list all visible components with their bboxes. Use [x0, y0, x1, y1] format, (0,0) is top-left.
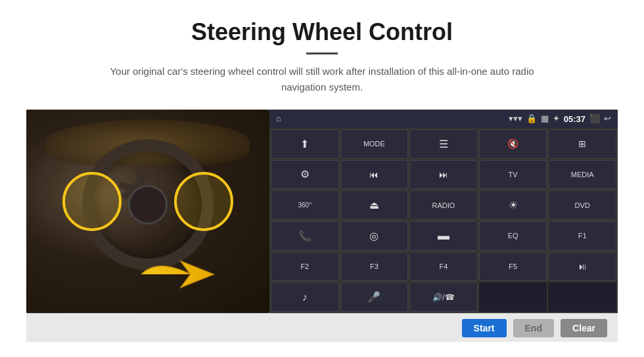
- f2-label: F2: [300, 262, 309, 270]
- navigate-icon: ⬆: [300, 138, 309, 150]
- btn-apps[interactable]: ⊞: [548, 129, 616, 159]
- steering-image: [26, 110, 269, 313]
- vol-call-icon: 🔊/☎: [432, 293, 454, 302]
- btn-tv[interactable]: TV: [479, 160, 547, 190]
- prev-icon: ⏮: [369, 169, 379, 180]
- btn-f3[interactable]: F3: [340, 252, 409, 282]
- btn-mute[interactable]: 🔇: [479, 129, 547, 159]
- wifi-icon: ▾▾▾: [509, 114, 522, 124]
- end-button[interactable]: End: [513, 319, 554, 337]
- btn-phone[interactable]: 📞: [271, 221, 339, 251]
- btn-next[interactable]: ⏭: [409, 160, 478, 190]
- page-subtitle: Your original car's steering wheel contr…: [99, 64, 545, 95]
- menu-icon: ☰: [439, 138, 448, 150]
- btn-brightness[interactable]: ☀: [479, 190, 547, 220]
- page-wrapper: Steering Wheel Control Your original car…: [0, 0, 644, 357]
- mute-icon: 🔇: [507, 138, 518, 149]
- btn-bar[interactable]: ▬: [409, 221, 478, 251]
- f3-label: F3: [370, 262, 379, 270]
- apps-icon: ⊞: [578, 138, 586, 149]
- clear-button[interactable]: Clear: [561, 319, 607, 337]
- lock-icon: 🔒: [526, 114, 537, 124]
- mic-icon: 🎤: [367, 291, 380, 303]
- media-label: MEDIA: [571, 171, 594, 178]
- btn-navigate[interactable]: ⬆: [271, 129, 339, 159]
- f1-label: F1: [578, 232, 587, 240]
- status-right: ▾▾▾ 🔒 ▦ ✦ 05:37 ⬛ ↩: [509, 114, 611, 124]
- btn-mode[interactable]: MODE: [340, 129, 409, 159]
- btn-eject[interactable]: ⏏: [340, 190, 409, 220]
- 360-label: 360°: [298, 201, 311, 209]
- page-title: Steering Wheel Control: [191, 18, 453, 46]
- btn-radio[interactable]: RADIO: [409, 190, 478, 220]
- bar-icon: ▬: [438, 229, 449, 243]
- btn-playpause[interactable]: ⏯: [548, 252, 616, 282]
- eq-label: EQ: [508, 232, 518, 240]
- btn-mic[interactable]: 🎤: [340, 282, 409, 312]
- settings-icon: ⚙: [300, 168, 310, 180]
- back-icon[interactable]: ↩: [604, 114, 611, 124]
- btn-f4[interactable]: F4: [409, 252, 478, 282]
- btn-settings[interactable]: ⚙: [271, 160, 339, 190]
- btn-f1[interactable]: F1: [548, 221, 616, 251]
- next-icon: ⏭: [439, 169, 448, 180]
- btn-menu[interactable]: ☰: [409, 129, 478, 159]
- btn-media[interactable]: MEDIA: [548, 160, 616, 190]
- highlight-right: [174, 172, 233, 231]
- circular-icon: ◎: [369, 230, 379, 242]
- highlight-left: [62, 172, 122, 231]
- steering-bg: [26, 110, 269, 313]
- music-icon: ♪: [302, 291, 308, 303]
- home-icon[interactable]: ⌂: [276, 114, 281, 124]
- arrow-indicator: [138, 251, 217, 300]
- button-grid: ⬆ MODE ☰ 🔇 ⊞ ⚙ ⏮: [269, 128, 618, 313]
- screen-icon[interactable]: ⬛: [589, 114, 600, 124]
- title-divider: [306, 52, 338, 54]
- btn-circular[interactable]: ◎: [340, 221, 409, 251]
- tv-label: TV: [509, 171, 518, 178]
- btn-360[interactable]: 360°: [271, 190, 339, 220]
- status-time: 05:37: [564, 114, 586, 124]
- status-left: ⌂: [276, 114, 281, 124]
- brightness-icon: ☀: [509, 199, 518, 211]
- content-row: ⌂ ▾▾▾ 🔒 ▦ ✦ 05:37 ⬛ ↩ ⬆: [26, 110, 618, 313]
- btn-f5[interactable]: F5: [479, 252, 547, 282]
- sd-icon: ▦: [541, 114, 549, 124]
- f5-label: F5: [509, 262, 517, 270]
- btn-music[interactable]: ♪: [271, 282, 339, 312]
- btn-f2[interactable]: F2: [271, 252, 339, 282]
- btn-vol-call[interactable]: 🔊/☎: [409, 282, 478, 312]
- radio-label: RADIO: [432, 201, 455, 209]
- status-bar: ⌂ ▾▾▾ 🔒 ▦ ✦ 05:37 ⬛ ↩: [269, 110, 618, 128]
- btn-empty-1: [479, 282, 547, 312]
- eject-icon: ⏏: [369, 199, 379, 211]
- f4-label: F4: [440, 262, 448, 270]
- dvd-label: DVD: [575, 201, 590, 209]
- btn-dvd[interactable]: DVD: [548, 190, 616, 220]
- btn-eq[interactable]: EQ: [479, 221, 547, 251]
- phone-icon: 📞: [298, 230, 311, 242]
- bt-icon: ✦: [553, 114, 560, 124]
- android-panel: ⌂ ▾▾▾ 🔒 ▦ ✦ 05:37 ⬛ ↩ ⬆: [269, 110, 618, 313]
- btn-prev[interactable]: ⏮: [340, 160, 409, 190]
- btn-empty-2: [548, 282, 616, 312]
- start-button[interactable]: Start: [462, 319, 507, 337]
- mode-label: MODE: [363, 140, 385, 148]
- playpause-icon: ⏯: [578, 261, 587, 272]
- bottom-bar: Start End Clear: [26, 313, 618, 342]
